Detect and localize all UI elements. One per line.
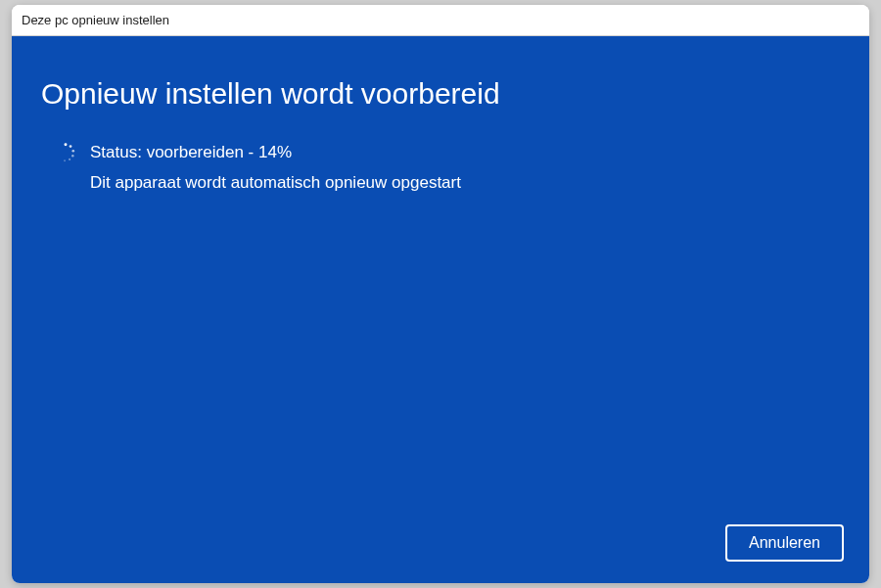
svg-point-4 bbox=[69, 158, 70, 160]
dialog-content: Opnieuw instellen wordt voorbereid Statu… bbox=[12, 36, 869, 583]
restart-info-text: Dit apparaat wordt automatisch opnieuw o… bbox=[90, 173, 840, 193]
status-row: Status: voorbereiden - 14% bbox=[55, 142, 840, 163]
loading-spinner-icon bbox=[55, 142, 76, 163]
cancel-button[interactable]: Annuleren bbox=[725, 524, 844, 562]
reset-pc-dialog-window: Deze pc opnieuw instellen Opnieuw instel… bbox=[12, 5, 869, 583]
window-title: Deze pc opnieuw instellen bbox=[22, 13, 169, 27]
svg-point-0 bbox=[65, 143, 68, 146]
status-text: Status: voorbereiden - 14% bbox=[90, 143, 292, 162]
window-titlebar: Deze pc opnieuw instellen bbox=[12, 5, 869, 36]
svg-point-5 bbox=[64, 159, 66, 161]
svg-point-3 bbox=[71, 155, 73, 157]
svg-point-2 bbox=[72, 150, 75, 153]
dialog-heading: Opnieuw instellen wordt voorbereid bbox=[41, 77, 840, 111]
svg-point-1 bbox=[70, 145, 72, 148]
